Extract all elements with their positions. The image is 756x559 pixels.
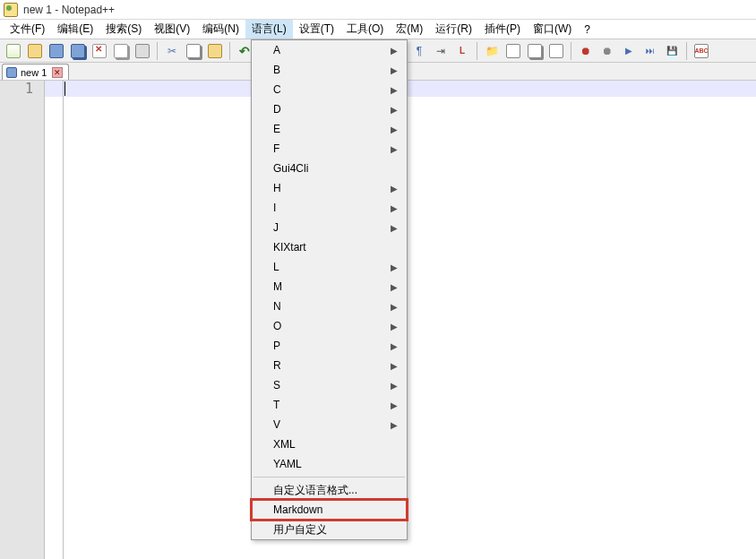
indent-guide-button[interactable] [431,41,451,61]
submenu-arrow-icon: ▶ [391,65,398,75]
toolbar-divider [229,42,230,60]
menu-search[interactable]: 搜索(S) [99,20,148,39]
menu-plugins[interactable]: 插件(P) [478,20,527,39]
language-menu-item[interactable]: H▶ [252,178,407,198]
submenu-arrow-icon: ▶ [391,46,398,56]
language-menu-item[interactable]: A▶ [252,40,407,60]
menu-item-label: V [273,418,280,431]
menu-tools[interactable]: 工具(O) [340,20,390,39]
language-menu-item[interactable]: I▶ [252,198,407,218]
save-macro-button[interactable] [662,41,682,61]
menu-file[interactable]: 文件(F) [4,20,51,39]
menu-item-label: 用户自定义 [273,522,327,538]
language-menu-item[interactable]: S▶ [252,375,407,395]
doc-map-button[interactable] [503,41,523,61]
language-menu-item[interactable]: O▶ [252,316,407,336]
language-menu-item[interactable]: XML [252,434,407,454]
cut-button[interactable] [162,41,182,61]
tab-close-button[interactable]: ✕ [52,67,63,78]
save-all-button[interactable] [68,41,88,61]
text-caret [64,82,65,96]
menu-item-label: KIXtart [273,241,306,254]
play-macro-button[interactable] [619,41,639,61]
toolbar-divider [157,42,158,60]
submenu-arrow-icon: ▶ [391,105,398,115]
toolbar-divider [571,42,571,60]
language-menu-item[interactable]: P▶ [252,336,407,356]
title-bar: new 1 - Notepad++ [0,0,756,20]
language-menu-item[interactable]: Gui4Cli [252,159,407,178]
file-tab[interactable]: new 1 ✕ [2,64,69,80]
language-menu-item[interactable]: F▶ [252,139,407,159]
language-menu-item[interactable]: D▶ [252,99,407,119]
copy-button[interactable] [184,41,203,61]
close-button[interactable] [90,41,109,61]
menu-item-label: D [273,103,281,116]
submenu-arrow-icon: ▶ [391,85,398,95]
submenu-arrow-icon: ▶ [391,341,398,351]
menu-item-label: J [273,221,279,234]
doc-switcher-button[interactable] [546,41,566,61]
menu-item-label: B [273,64,280,76]
menu-item-label: R [273,359,281,372]
menu-item-label: 自定义语言格式... [273,483,357,498]
toolbar-divider [686,42,687,60]
fold-margin [63,81,64,559]
language-menu-item[interactable]: 用户自定义 [252,520,407,539]
close-all-button[interactable] [111,41,131,61]
menu-item-label: M [273,280,282,293]
tab-label: new 1 [21,67,47,78]
submenu-arrow-icon: ▶ [391,420,398,430]
language-menu-item[interactable]: KIXtart [252,237,407,257]
app-icon [4,3,18,17]
menu-item-label: N [273,300,281,313]
language-menu-item[interactable]: L▶ [252,257,407,277]
language-menu-item[interactable]: R▶ [252,356,407,375]
spell-check-button[interactable] [692,41,711,61]
menu-item-label: I [273,202,276,214]
save-button[interactable] [47,41,66,61]
menu-item-label: Markdown [273,503,322,516]
language-menu-item[interactable]: E▶ [252,119,407,139]
new-file-button[interactable] [4,41,23,61]
submenu-arrow-icon: ▶ [391,381,398,391]
language-menu-item[interactable]: V▶ [252,415,407,434]
menu-run[interactable]: 运行(R) [429,20,478,39]
menu-language[interactable]: 语言(L) [245,20,293,39]
language-menu-item[interactable]: M▶ [252,277,407,297]
language-menu-item[interactable]: J▶ [252,218,407,237]
menu-window[interactable]: 窗口(W) [527,20,578,39]
menu-item-label: Gui4Cli [273,162,308,175]
print-button[interactable] [133,41,152,61]
show-chars-button[interactable] [409,41,429,61]
open-file-button[interactable] [25,41,45,61]
paste-button[interactable] [205,41,225,61]
menu-help[interactable]: ? [578,20,597,39]
language-menu-item[interactable]: YAML [252,454,407,474]
submenu-arrow-icon: ▶ [391,262,398,272]
menu-encoding[interactable]: 编码(N) [196,20,245,39]
user-lang-button[interactable] [452,41,472,61]
menu-view[interactable]: 视图(V) [148,20,196,39]
folder-button[interactable] [482,41,502,61]
menu-bar: 文件(F) 编辑(E) 搜索(S) 视图(V) 编码(N) 语言(L) 设置(T… [0,20,756,39]
func-list-button[interactable] [525,41,545,61]
language-menu-item[interactable]: C▶ [252,80,407,99]
window-title: new 1 - Notepad++ [23,4,115,16]
file-icon [6,67,17,78]
language-menu-item[interactable]: 自定义语言格式... [252,480,407,500]
language-menu-item[interactable]: T▶ [252,395,407,415]
menu-edit[interactable]: 编辑(E) [51,20,99,39]
stop-macro-button[interactable] [597,41,617,61]
menu-macro[interactable]: 宏(M) [390,20,429,39]
play-macro-multi-button[interactable] [640,41,660,61]
submenu-arrow-icon: ▶ [391,361,398,371]
language-menu-item[interactable]: N▶ [252,297,407,316]
language-menu-item[interactable]: Markdown [252,500,407,520]
language-menu-item[interactable]: B▶ [252,60,407,80]
menu-item-label: F [273,142,279,155]
line-gutter: 1 [0,81,45,559]
record-macro-button[interactable] [576,41,596,61]
menu-item-label: YAML [273,458,302,470]
menu-settings[interactable]: 设置(T) [293,20,340,39]
